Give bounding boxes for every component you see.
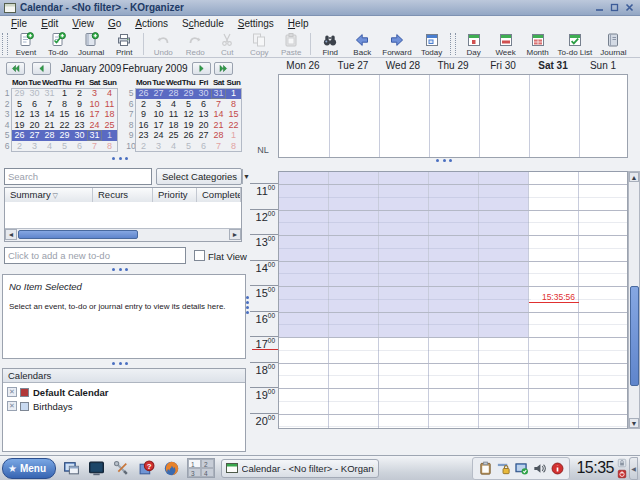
date-cell[interactable]: 5 bbox=[181, 141, 196, 152]
date-cell[interactable]: 3 bbox=[151, 141, 166, 152]
date-cell[interactable]: 3 bbox=[87, 88, 102, 99]
date-cell[interactable]: 6 bbox=[27, 99, 42, 110]
date-cell[interactable]: 28 bbox=[211, 130, 226, 141]
todo-horizontal-scrollbar[interactable]: ◄► bbox=[5, 228, 241, 241]
date-cell[interactable]: 30 bbox=[72, 130, 87, 141]
splitter-handle[interactable] bbox=[112, 157, 128, 161]
date-cell[interactable]: 13 bbox=[27, 109, 42, 120]
select-categories-button[interactable]: Select Categories ▼ bbox=[156, 168, 242, 185]
date-cell[interactable]: 5 bbox=[57, 141, 72, 152]
menu-help[interactable]: Help bbox=[281, 18, 316, 29]
menu-go[interactable]: Go bbox=[101, 18, 128, 29]
date-cell[interactable]: 4 bbox=[166, 99, 181, 110]
week-number[interactable]: 3 bbox=[2, 109, 12, 120]
week-number[interactable]: 10 bbox=[126, 141, 136, 152]
menu-schedule[interactable]: Schedule bbox=[175, 18, 231, 29]
week-number[interactable]: 8 bbox=[126, 120, 136, 131]
date-cell[interactable]: 23 bbox=[136, 130, 151, 141]
pager-desktop-3[interactable]: 3 bbox=[188, 468, 201, 477]
calendar-checkbox[interactable]: ✕ bbox=[7, 387, 17, 397]
quicklaunch-help-icon[interactable]: ? bbox=[136, 458, 156, 478]
date-cell[interactable]: 23 bbox=[72, 120, 87, 131]
date-cell[interactable]: 26 bbox=[12, 130, 27, 141]
to-do-button[interactable]: To-do bbox=[42, 31, 74, 57]
date-cell[interactable]: 5 bbox=[181, 99, 196, 110]
day-header-sat-31[interactable]: Sat 31 bbox=[538, 60, 567, 72]
date-cell[interactable]: 1 bbox=[226, 88, 241, 99]
date-cell[interactable]: 15 bbox=[57, 109, 72, 120]
mini-calendar-title[interactable]: January 2009 bbox=[58, 63, 124, 74]
quicklaunch-firefox-icon[interactable] bbox=[161, 458, 181, 478]
date-cell[interactable]: 10 bbox=[87, 99, 102, 110]
date-cell[interactable]: 1 bbox=[57, 88, 72, 99]
quicklaunch-terminal-icon[interactable] bbox=[86, 458, 106, 478]
date-cell[interactable]: 20 bbox=[196, 120, 211, 131]
menu-file[interactable]: File bbox=[4, 18, 34, 29]
flat-view-checkbox[interactable] bbox=[194, 250, 205, 261]
day-header-tue-27[interactable]: Tue 27 bbox=[338, 60, 369, 72]
minimize-button[interactable] bbox=[593, 2, 606, 13]
allday-area[interactable] bbox=[278, 74, 628, 158]
week-number[interactable]: 7 bbox=[126, 109, 136, 120]
today-button[interactable]: Today bbox=[416, 31, 448, 57]
todo-column-complete[interactable]: Complete bbox=[197, 188, 241, 202]
mini-calendar-title[interactable]: February 2009 bbox=[122, 63, 188, 74]
date-cell[interactable]: 28 bbox=[42, 130, 57, 141]
month-button[interactable]: Month bbox=[522, 31, 554, 57]
event-button[interactable]: Event bbox=[10, 31, 42, 57]
scroll-right-arrow[interactable]: ► bbox=[229, 229, 241, 240]
calendar-list-item[interactable]: ✕Default Calendar bbox=[3, 386, 245, 398]
date-cell[interactable]: 29 bbox=[12, 88, 27, 99]
maximize-button[interactable] bbox=[608, 2, 621, 13]
day-header-wed-28[interactable]: Wed 28 bbox=[386, 60, 420, 72]
tray-clipboard-icon[interactable] bbox=[477, 460, 493, 476]
date-cell[interactable]: 28 bbox=[166, 88, 181, 99]
week-number[interactable]: 1 bbox=[2, 88, 12, 99]
date-cell[interactable]: 26 bbox=[181, 130, 196, 141]
date-cell[interactable]: 9 bbox=[72, 99, 87, 110]
week-button[interactable]: Week bbox=[490, 31, 522, 57]
date-cell[interactable]: 12 bbox=[12, 109, 27, 120]
date-cell[interactable]: 8 bbox=[102, 141, 117, 152]
date-cell[interactable]: 16 bbox=[72, 109, 87, 120]
date-cell[interactable]: 29 bbox=[181, 88, 196, 99]
date-cell[interactable]: 18 bbox=[102, 109, 117, 120]
date-cell[interactable]: 18 bbox=[166, 120, 181, 131]
date-cell[interactable]: 7 bbox=[211, 141, 226, 152]
date-cell[interactable]: 4 bbox=[42, 141, 57, 152]
date-cell[interactable]: 14 bbox=[211, 109, 226, 120]
window-titlebar[interactable]: Calendar - <No filter> - KOrganizer bbox=[0, 0, 640, 16]
date-cell[interactable]: 30 bbox=[27, 88, 42, 99]
date-cell[interactable]: 22 bbox=[57, 120, 72, 131]
date-cell[interactable]: 1 bbox=[102, 130, 117, 141]
date-cell[interactable]: 26 bbox=[136, 88, 151, 99]
agenda-grid[interactable]: 15:35:56 bbox=[278, 171, 628, 429]
day-header-fri-30[interactable]: Fri 30 bbox=[490, 60, 516, 72]
date-cell[interactable]: 27 bbox=[151, 88, 166, 99]
menu-view[interactable]: View bbox=[65, 18, 101, 29]
find-button[interactable]: Find bbox=[314, 31, 346, 57]
date-cell[interactable]: 1 bbox=[226, 130, 241, 141]
scrollbar-thumb[interactable] bbox=[630, 286, 639, 386]
date-cell[interactable]: 11 bbox=[102, 99, 117, 110]
date-cell[interactable]: 3 bbox=[151, 99, 166, 110]
pager-desktop-1[interactable]: 1 bbox=[188, 459, 201, 468]
date-cell[interactable]: 8 bbox=[226, 141, 241, 152]
day-button[interactable]: Day bbox=[458, 31, 490, 57]
journal-button[interactable]: Journal bbox=[74, 31, 108, 57]
date-cell[interactable]: 2 bbox=[136, 141, 151, 152]
next-year-button[interactable] bbox=[214, 62, 233, 75]
date-cell[interactable]: 4 bbox=[102, 88, 117, 99]
date-cell[interactable]: 6 bbox=[72, 141, 87, 152]
date-cell-today[interactable]: 31 bbox=[87, 130, 102, 141]
date-cell[interactable]: 25 bbox=[102, 120, 117, 131]
week-number[interactable]: 6 bbox=[2, 141, 12, 152]
date-cell[interactable]: 11 bbox=[166, 109, 181, 120]
calendar-checkbox[interactable]: ✕ bbox=[7, 401, 17, 411]
date-cell[interactable]: 14 bbox=[42, 109, 57, 120]
date-cell[interactable]: 21 bbox=[42, 120, 57, 131]
todo-column-summary[interactable]: Summary ▽ bbox=[5, 188, 93, 202]
next-month-button[interactable] bbox=[192, 62, 211, 75]
calendar-list-item[interactable]: ✕Birthdays bbox=[3, 400, 245, 412]
to-do-list-button[interactable]: To-do List bbox=[554, 31, 597, 57]
